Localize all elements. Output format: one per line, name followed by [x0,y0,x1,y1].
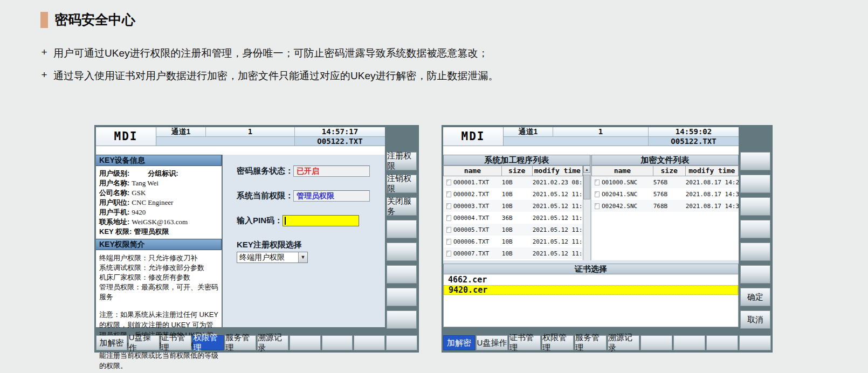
cert-select-section: 证书选择 4662.cer 9420.cer [443,264,739,327]
permission-page-body: KEY设备信息 用户级别: 分组标识: 用户名称:Tang Wei 公司名称:G… [96,155,385,327]
blank-softkey[interactable] [387,288,417,306]
blank-softkey[interactable] [387,220,417,238]
tab-usb-operation[interactable]: U盘操作 [476,335,508,350]
perm-line: 机床厂家权限：修改所有参数 [99,273,218,282]
user-level-label: 用户级别: [99,169,129,178]
tab-trace-record[interactable]: 溯源记录 [608,335,639,350]
col-header-name: name [591,165,653,176]
bullet-item: + 通过导入使用证书对用户数据进行加密，加密文件只能通过对应的UKey进行解密，… [40,69,498,83]
info-label: KEY 权限: [99,227,132,237]
key-device-info-body: 用户级别: 分组标识: 用户名称:Tang Wei 公司名称:GSK 用户职位:… [96,166,222,239]
perm-line: 管理员权限：最高权限，可开、关密码服务 [99,282,218,302]
file-icon [446,179,451,185]
bullet-marker: + [40,69,48,83]
message-strip [443,146,739,155]
cnc-screen-permission-management: MDI 通道1 1 14:57:17 O05122.TXT KEY设备信息 用户… [95,126,418,352]
blank-softkey[interactable] [740,243,770,261]
blank-softkey[interactable] [387,265,417,284]
table-row[interactable]: O00007.TXT 10B 2021.05.12 11:44:30 [443,247,583,259]
blank-tab[interactable] [354,335,385,350]
vertical-scrollbar[interactable]: ▲ [583,165,590,260]
tab-service-management[interactable]: 服务管理 [575,335,607,350]
cert-list: 4662.cer 9420.cer [443,274,739,327]
scrollbar-thumb[interactable] [583,175,590,199]
current-permission-field: 管理员权限 [293,190,370,202]
table-header-row: name size modify time [591,165,739,176]
table-row[interactable]: O00002.TXT 10B 2021.05.12 11:44:30 [443,188,583,200]
cert-item-selected[interactable]: 9420.cer [444,285,738,295]
bottom-tab-bar: 加解密 U盘操作 证书管理 权限管理 服务管理 溯源记录 [443,335,771,350]
cnc-status-bar: MDI 通道1 1 14:57:17 O05122.TXT [96,127,385,146]
col-header-modify-time: modify time [533,165,583,176]
blank-tab[interactable] [673,335,705,350]
scroll-up-icon[interactable]: ▲ [583,165,590,173]
tab-cert-management[interactable]: 证书管理 [509,335,541,350]
softkey-column: 确定 取消 [739,150,772,334]
tab-encrypt-decrypt[interactable]: 加解密 [443,335,475,350]
blank-tab[interactable] [290,335,321,350]
table-row[interactable]: O00004.TXT 36B 2021.05.12 11:44:30 [443,212,583,224]
blank-softkey[interactable] [740,265,770,284]
chevron-down-icon[interactable]: ▼ [298,252,307,263]
col-header-name: name [443,165,502,176]
table-row[interactable]: O02041.SNC 576B 2021.08.17 14:32:07 [591,188,739,200]
blank-softkey[interactable] [740,197,770,216]
register-permission-label: KEY注册权限选择 [237,240,385,250]
confirm-button[interactable]: 确定 [740,288,770,306]
select-value: 终端用户权限 [237,252,298,263]
register-permission-select[interactable]: 终端用户权限 ▼ [237,252,308,263]
status-bar-middle: 通道1 1 [504,127,648,146]
info-label: 用户职位: [99,198,129,208]
blank-softkey[interactable] [740,175,770,193]
perm-line: 系统调试权限：允许修改部分参数 [99,263,218,273]
table-row[interactable]: O00001.TXT 10B 2021.02.23 08:14:20 [443,176,583,188]
blank-tab[interactable] [739,335,771,350]
tab-cert-management[interactable]: 证书管理 [161,335,192,350]
table-row[interactable]: O01000.SNC 576B 2021.08.17 14:29:24 [591,176,739,188]
info-label: 公司名称: [99,188,129,198]
table-row[interactable]: O00005.TXT 10B 2021.05.12 11:44:30 [443,224,583,236]
register-permission-button[interactable]: 注册权限 [387,152,417,170]
bullet-text: 通过导入使用证书对用户数据进行加密，加密文件只能通过对应的UKey进行解密，防止… [53,69,498,83]
tab-encrypt-decrypt[interactable]: 加解密 [96,335,127,350]
system-program-table: 系统加工程序列表 name size modify time O00001.TX… [443,155,591,260]
info-value: 管理员权限 [132,227,169,237]
table-row[interactable]: O00003.TXT 10B 2021.05.12 11:44:30 [443,200,583,212]
close-service-button[interactable]: 关闭服务 [387,197,417,216]
tab-service-management[interactable]: 服务管理 [225,335,256,350]
title-accent-bar [40,12,48,28]
table-row[interactable]: O02042.SNC 768B 2021.08.17 14:32:10 [591,200,739,212]
blank-tab[interactable] [386,335,417,350]
key-perm-intro-header: KEY权限简介 [96,239,222,250]
blank-tab[interactable] [322,335,353,350]
blank-softkey[interactable] [740,152,770,170]
logout-permission-button[interactable]: 注销权限 [387,175,417,193]
blank-softkey[interactable] [387,310,417,329]
perm-line: 终端用户权限：只允许修改刀补 [99,253,218,263]
status-bar-empty-row [156,137,294,146]
status-bar-middle: 通道1 1 [156,127,294,146]
tab-trace-record[interactable]: 溯源记录 [257,335,288,350]
file-icon [446,215,451,221]
cert-item[interactable]: 4662.cer [444,275,738,285]
blank-softkey[interactable] [387,243,417,261]
cancel-button[interactable]: 取消 [740,310,770,329]
program-count: 1 [206,127,294,136]
current-file: O05122.TXT [649,137,739,146]
status-bar-right: 14:57:17 O05122.TXT [294,127,385,146]
status-bar-right: 14:59:02 O05122.TXT [648,127,739,146]
table-row[interactable]: O00006.TXT 10B 2021.05.12 11:44:30 [443,236,583,247]
tab-permission-management[interactable]: 权限管理 [192,335,224,350]
clock: 14:57:17 [295,127,385,137]
file-icon [446,239,451,245]
file-icon [595,191,600,197]
pin-input[interactable] [283,215,359,226]
bullet-text: 用户可通过UKey进行权限的注册和管理，身份唯一；可防止密码泄露导致系统数据被恶… [53,46,488,60]
tab-permission-management[interactable]: 权限管理 [542,335,574,350]
tab-usb-operation[interactable]: U盘操作 [128,335,160,350]
blank-tab[interactable] [706,335,738,350]
file-icon [595,179,600,185]
blank-softkey[interactable] [740,220,770,238]
info-value: 9420 [129,208,146,217]
blank-tab[interactable] [640,335,672,350]
